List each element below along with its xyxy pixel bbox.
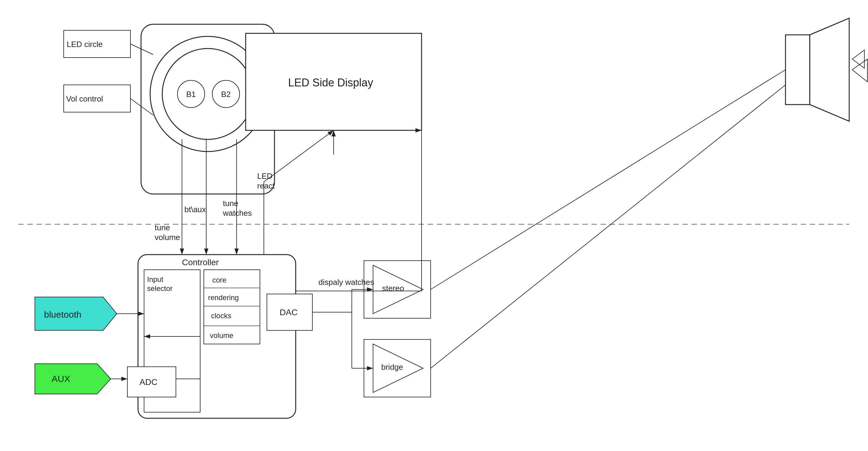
- led-react-label: LED: [257, 171, 273, 181]
- display-watches-label: dispaly watches: [318, 278, 374, 287]
- b1-label: B1: [186, 90, 196, 99]
- adc-label: ADC: [140, 377, 157, 387]
- rendering-label: rendering: [208, 293, 239, 301]
- aux-shape: [35, 364, 111, 394]
- speaker-body: [785, 35, 810, 104]
- bridge-label: bridge: [381, 362, 403, 372]
- input-selector-label: Input: [147, 275, 163, 283]
- tune-volume-label2: volume: [155, 233, 180, 242]
- led-react-label2: react: [257, 181, 275, 190]
- tune-watches-label: tune: [223, 199, 238, 208]
- tune-volume-label: tune: [155, 223, 170, 232]
- led-side-display-label: LED Side Display: [288, 76, 373, 89]
- clocks-label: clocks: [211, 312, 231, 320]
- sound-wave-2: [852, 59, 867, 82]
- bt-aux-wire-label: bt\aux: [184, 205, 206, 214]
- tune-watches-label2: watches: [223, 208, 252, 218]
- b2-label: B2: [221, 90, 231, 99]
- input-selector-label2: selector: [147, 284, 173, 292]
- speaker-cone: [810, 18, 849, 121]
- volume-label: volume: [210, 331, 233, 340]
- core-label: core: [212, 276, 226, 284]
- bridge-to-speaker: [431, 85, 785, 368]
- controller-label: Controller: [182, 258, 219, 267]
- stereo-label: stereo: [382, 284, 404, 293]
- led-circle-label: LED circle: [67, 40, 102, 49]
- bluetooth-label: bluetooth: [44, 310, 81, 319]
- vol-control-label: Vol control: [66, 94, 103, 103]
- dac-label: DAC: [280, 308, 298, 317]
- aux-label: AUX: [52, 374, 70, 384]
- stereo-to-speaker: [431, 70, 785, 289]
